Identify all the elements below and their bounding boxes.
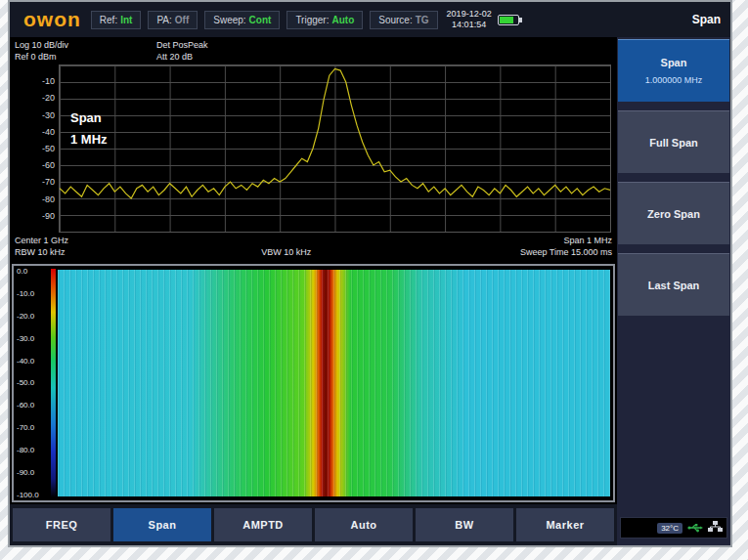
lan-icon [708, 519, 723, 537]
body-row: Log 10 dB/div Ref 0 dBm Det PosPeak Att … [10, 37, 730, 545]
date-text: 2019-12-02 [447, 9, 492, 20]
y-tick: -70 [10, 177, 55, 187]
center-freq-label: Center 1 GHz [15, 235, 196, 246]
wf-tick: -50.0 [17, 378, 49, 387]
usb-icon [687, 519, 703, 537]
vbw-label: VBW 10 kHz [196, 246, 376, 258]
att-label: Att 20 dB [156, 51, 208, 63]
rbw-label: RBW 10 kHz [15, 246, 196, 258]
status-label: Source: [378, 15, 412, 25]
detector-label: Det PosPeak [156, 39, 208, 51]
menu-marker-button[interactable]: Marker [516, 508, 614, 541]
status-source: Source:TG [370, 11, 437, 29]
wf-tick: -40.0 [17, 357, 49, 366]
spectrum-trace [60, 65, 610, 232]
owon-logo: owon [23, 8, 81, 31]
y-tick: -10 [10, 76, 55, 86]
main-display: Log 10 dB/div Ref 0 dBm Det PosPeak Att … [10, 37, 617, 545]
y-tick: -80 [10, 194, 55, 204]
wf-tick: -90.0 [17, 468, 49, 477]
softkey-sidebar: Span 1.000000 MHz Full Span Zero Span La… [617, 37, 730, 545]
span-label: Span 1 MHz [376, 235, 612, 246]
wf-tick: -10.0 [17, 289, 49, 298]
wf-tick: -70.0 [17, 423, 49, 432]
temperature-badge: 32°C [657, 523, 682, 534]
wf-tick: -20.0 [17, 312, 49, 321]
span-overlay-line2: 1 MHz [70, 129, 108, 151]
y-tick: -50 [10, 144, 55, 153]
softkey-last-span[interactable]: Last Span [618, 253, 729, 316]
wf-tick: -30.0 [17, 334, 49, 343]
analyzer-screen: owon Ref:Int PA:Off Sweep:Cont Trigger:A… [8, 0, 732, 547]
y-tick: -90 [10, 211, 55, 221]
status-pa: PA:Off [148, 11, 198, 29]
status-label: PA: [156, 15, 171, 25]
softkey-label: Span [661, 57, 687, 68]
softkey-zero-span[interactable]: Zero Span [618, 182, 729, 244]
bottom-menu: FREQ Span AMPTD Auto BW Marker [10, 504, 617, 545]
wf-tick: -100.0 [17, 491, 49, 499]
scale-info: Log 10 dB/div Ref 0 dBm [15, 39, 68, 63]
spectrum-grid [59, 65, 611, 233]
status-ref: Ref:Int [91, 11, 142, 29]
detector-info: Det PosPeak Att 20 dB [156, 39, 208, 63]
scale-label: Log 10 dB/div [15, 39, 68, 51]
sweep-info-bar: Center 1 GHz Span 1 MHz RBW 10 kHz VBW 1… [10, 235, 617, 258]
y-tick: -60 [10, 160, 55, 170]
menu-span-button[interactable]: Span [113, 508, 211, 541]
span-overlay-line1: Span [70, 108, 108, 129]
time-text: 14:01:54 [447, 20, 492, 30]
ref-label: Ref 0 dBm [15, 51, 68, 63]
span-overlay: Span 1 MHz [70, 108, 108, 151]
wf-tick: -60.0 [17, 401, 49, 409]
status-value: Auto [331, 15, 354, 25]
colorbar-legend [51, 269, 56, 497]
status-value: Cont [249, 15, 272, 25]
status-trigger: Trigger:Auto [286, 11, 363, 29]
waterfall-canvas [58, 270, 610, 496]
softkey-label: Zero Span [647, 208, 700, 220]
y-tick: -30 [10, 110, 55, 120]
system-status-bar: 32°C [620, 517, 727, 538]
spacer [196, 235, 376, 246]
y-tick: -20 [10, 93, 55, 103]
menu-bw-button[interactable]: BW [416, 508, 513, 541]
wf-tick: 0.0 [17, 267, 49, 276]
waterfall-scale: 0.0 -10.0 -20.0 -30.0 -40.0 -50.0 -60.0 … [14, 266, 51, 500]
status-label: Sweep: [213, 15, 245, 25]
active-menu-title: Span [617, 13, 730, 26]
menu-auto-button[interactable]: Auto [315, 508, 413, 541]
battery-icon [498, 15, 519, 25]
status-sweep: Sweep:Cont [204, 11, 280, 29]
y-tick: -40 [10, 127, 55, 137]
status-label: Trigger: [295, 15, 329, 25]
datetime: 2019-12-02 14:01:54 [447, 9, 492, 31]
waterfall-panel: 0.0 -10.0 -20.0 -30.0 -40.0 -50.0 -60.0 … [12, 264, 615, 502]
softkey-full-span[interactable]: Full Span [618, 110, 729, 173]
menu-amptd-button[interactable]: AMPTD [214, 508, 312, 541]
softkey-value: 1.000000 MHz [645, 75, 703, 85]
menu-freq-button[interactable]: FREQ [13, 508, 110, 541]
status-value: Int [120, 15, 132, 25]
status-value: Off [175, 15, 189, 25]
status-label: Ref: [100, 15, 117, 25]
softkey-label: Last Span [648, 280, 700, 291]
spectrum-panel: Log 10 dB/div Ref 0 dBm Det PosPeak Att … [10, 37, 617, 260]
status-value: TG [416, 15, 429, 25]
sweep-time-label: Sweep Time 15.000 ms [376, 246, 612, 258]
softkey-span[interactable]: Span 1.000000 MHz [618, 39, 729, 102]
softkey-label: Full Span [649, 137, 698, 149]
wf-tick: -80.0 [17, 446, 49, 454]
header-bar: owon Ref:Int PA:Off Sweep:Cont Trigger:A… [10, 2, 730, 37]
